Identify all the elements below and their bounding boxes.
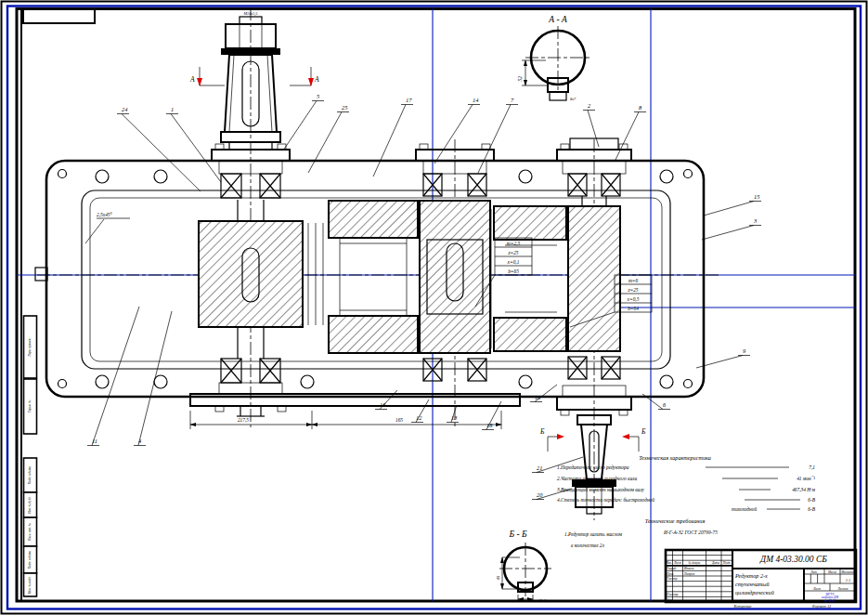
output-gear-hub	[568, 206, 620, 351]
dim-span1: 217,5	[238, 417, 249, 423]
margin-field-label: Подп. и дата	[28, 551, 32, 570]
stage1-gear-rim-top	[329, 201, 418, 238]
tech-req-title: Технические требования	[645, 517, 706, 524]
svg-text:Дата: Дата	[711, 561, 719, 565]
scale-label: Масштаб	[840, 570, 855, 574]
position-number: 11	[92, 438, 97, 444]
drawing-name-line1: Редуктор 2-х	[734, 572, 768, 579]
svg-text:Лист: Лист	[673, 561, 681, 565]
stage2-gear-rim-top	[494, 206, 566, 240]
tech-req-line1: 1.Редуктор залить маслом	[564, 531, 623, 537]
margin-field-label: Перв. примен.	[28, 337, 32, 357]
margin-field-label: Подп. и дата	[28, 466, 32, 486]
margin-field-label: Справ. №	[28, 399, 32, 413]
position-number: 15	[754, 193, 759, 200]
svg-text:Т.контр.: Т.контр.	[667, 577, 678, 581]
drawing-sheet: Перв. примен.Справ. №Подп. и датаИнв. № …	[0, 0, 868, 615]
section-b-label-right: Б	[641, 427, 646, 436]
section-a-label-right: А	[314, 75, 319, 84]
gear1-teeth: z=25	[507, 250, 518, 255]
scale-value: 1:1	[846, 578, 851, 582]
mass-label: Масса	[827, 570, 836, 574]
stage2-pinion	[420, 201, 490, 353]
gear2-teeth: z=25	[627, 287, 638, 293]
position-number: 24	[122, 106, 128, 112]
position-number: 3	[753, 217, 757, 224]
position-number: 16	[380, 401, 386, 408]
drawing-designation: ДМ 4-03.30.00 СБ	[759, 555, 827, 564]
tech-char-row-text: 3.Вращающий момент на выходном валу	[556, 487, 644, 492]
svg-text:Иванов: Иванов	[683, 567, 694, 570]
oil-spec-value: И-Г-А-32 ГОСТ 20799-75	[663, 530, 718, 535]
gear2-shift: x=0,5	[627, 296, 640, 302]
tech-req-line2: в количестве 2л	[571, 543, 605, 548]
org-line3: гр. М-41	[824, 599, 836, 603]
stage2-gear-rim-bottom	[494, 318, 566, 351]
position-number: 12	[416, 414, 422, 421]
aa-dim-label: 52	[517, 76, 523, 82]
section-bb-title: Б - Б	[508, 530, 527, 539]
copied-label: Копировал	[733, 604, 752, 608]
stage1-gear-rim-bottom	[329, 316, 418, 353]
position-number: 5	[317, 93, 319, 99]
position-number: 25	[342, 104, 347, 111]
bb-key-size: 10х8	[538, 598, 547, 603]
svg-text:№ докум.: № докум.	[687, 561, 701, 565]
drawing-name-line2: ступенчатый	[735, 581, 770, 587]
svg-text:Петров: Петров	[683, 572, 695, 576]
svg-text:Подп.: Подп.	[722, 561, 732, 565]
margin-field-label: Инв. № дубл.	[28, 496, 32, 515]
svg-text:Изм.: Изм.	[665, 561, 672, 565]
gear2-width: b=64	[628, 306, 639, 311]
dim-span2: 165	[395, 417, 403, 423]
position-number: 21	[537, 465, 542, 471]
tech-char-row-text: 1.Передаточное число редуктора	[557, 465, 629, 470]
section-a-label-left: А	[189, 75, 195, 84]
assembly-drawing-canvas: Перв. примен.Справ. №Подп. и датаИнв. № …	[0, 0, 868, 615]
aa-key-size: 8х7	[570, 97, 577, 101]
lit-label: Лит.	[810, 570, 817, 574]
section-aa-title: А - А	[548, 15, 567, 24]
tech-char-row-value: 467,34 Н·м	[792, 487, 815, 492]
sheets-label: Листов	[836, 587, 849, 591]
svg-text:Пров.: Пров.	[666, 572, 674, 576]
tech-char-row-text: тихоходной	[732, 506, 757, 512]
gear2-module: m=6	[628, 278, 639, 283]
margin-field-label: Взам. инв. №	[28, 522, 32, 540]
position-number: 1	[171, 106, 174, 112]
position-number: 14	[473, 97, 479, 103]
position-number: 17	[406, 97, 412, 103]
position-number: 18	[486, 422, 493, 428]
gear1-shift: x=0,1	[507, 259, 520, 265]
input-pinion-gear	[199, 221, 303, 327]
gear1-width: b=65	[508, 268, 519, 274]
tech-char-row-text: 4.Степень точности передач: быстроходной	[557, 497, 654, 503]
tech-char-row-value: 7,1	[809, 465, 815, 470]
tech-char-row-value: 6-В	[808, 506, 815, 512]
chamfer-label: 2,5х45°	[97, 212, 113, 217]
tech-char-row-value: 6-В	[808, 497, 815, 503]
position-number: 20	[537, 491, 543, 498]
position-number: 10	[535, 394, 541, 400]
section-b-label-left: Б	[539, 427, 545, 436]
gear1-module: m=2,5	[507, 241, 521, 246]
tech-char-row-text: 2.Частота вращения выходного вала	[557, 476, 638, 481]
drawing-name-line3: цилиндрический	[735, 589, 775, 595]
svg-text:Н.контр.: Н.контр.	[666, 593, 679, 596]
tech-char-row-value: 41 мин¯¹	[797, 476, 815, 481]
format-label: Формат А1	[812, 604, 832, 608]
sheet-label: Лист	[812, 587, 821, 591]
tech-char-title: Техническая характеристика	[639, 454, 711, 461]
svg-text:Разраб.: Разраб.	[666, 567, 677, 570]
margin-field-label: Инв. № подл.	[28, 576, 32, 595]
position-number: 13	[451, 414, 457, 421]
svg-text:Утв.: Утв.	[667, 598, 673, 602]
